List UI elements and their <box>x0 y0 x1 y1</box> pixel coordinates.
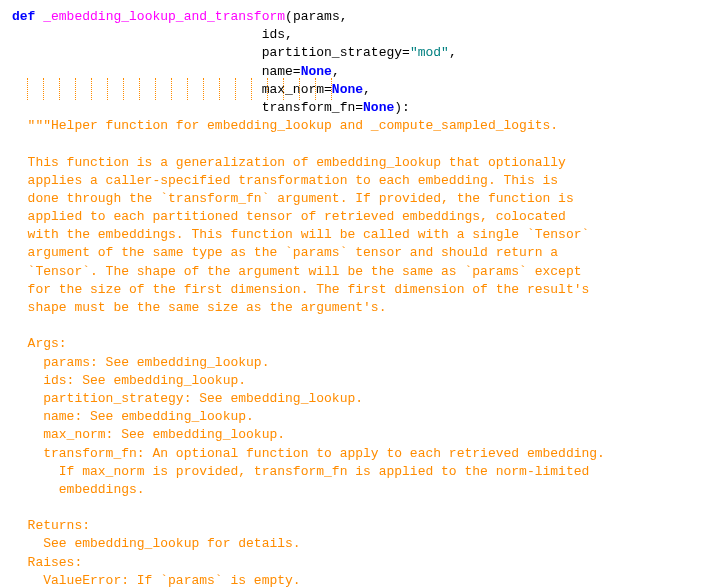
docstring-return: See embedding_lookup for details. <box>12 536 301 551</box>
docstring-raise: ValueError: If `params` is empty. <box>12 573 301 588</box>
docstring-line: shape must be the same size as the argum… <box>12 300 386 315</box>
function-name: _embedding_lookup_and_transform <box>43 9 285 24</box>
param-6a: transform_fn= <box>262 100 363 115</box>
docstring-returns-header: Returns: <box>12 518 90 533</box>
docstring-line: Helper function for embedding_lookup and… <box>51 118 558 133</box>
paren-open: ( <box>285 9 293 24</box>
docstring-arg: max_norm: See embedding_lookup. <box>12 427 285 442</box>
indent <box>12 100 262 115</box>
docstring-line: done through the `transform_fn` argument… <box>12 191 574 206</box>
param-4a: name= <box>262 64 301 79</box>
docstring-open: """ <box>12 118 51 133</box>
indent <box>12 64 262 79</box>
indent <box>12 82 262 97</box>
param-4c: , <box>332 64 340 79</box>
docstring-line: argument of the same type as the `params… <box>12 245 558 260</box>
param-4b: None <box>301 64 332 79</box>
param-3b: "mod" <box>410 45 449 60</box>
param-5a: max_norm= <box>262 82 332 97</box>
param-6c: ): <box>394 100 410 115</box>
indent <box>12 27 262 42</box>
param-1: params, <box>293 9 348 24</box>
docstring-arg: params: See embedding_lookup. <box>12 355 269 370</box>
param-5b: None <box>332 82 363 97</box>
param-5c: , <box>363 82 371 97</box>
docstring-arg: name: See embedding_lookup. <box>12 409 254 424</box>
docstring-line: for the size of the first dimension. The… <box>12 282 589 297</box>
param-2: ids, <box>262 27 293 42</box>
docstring-line: applied to each partitioned tensor of re… <box>12 209 566 224</box>
docstring-raises-header: Raises: <box>12 555 82 570</box>
docstring-line: with the embeddings. This function will … <box>12 227 589 242</box>
docstring-line: This function is a generalization of emb… <box>12 155 566 170</box>
code-block: def _embedding_lookup_and_transform(para… <box>12 8 698 588</box>
param-3a: partition_strategy= <box>262 45 410 60</box>
docstring-arg: transform_fn: An optional function to ap… <box>12 446 605 461</box>
docstring-line: `Tensor`. The shape of the argument will… <box>12 264 582 279</box>
docstring-args-header: Args: <box>12 336 67 351</box>
param-6b: None <box>363 100 394 115</box>
docstring-line: applies a caller-specified transformatio… <box>12 173 558 188</box>
indent <box>12 45 262 60</box>
docstring-arg: partition_strategy: See embedding_lookup… <box>12 391 363 406</box>
param-3c: , <box>449 45 457 60</box>
keyword-def: def <box>12 9 43 24</box>
docstring-arg: embeddings. <box>12 482 145 497</box>
docstring-arg: If max_norm is provided, transform_fn is… <box>12 464 589 479</box>
docstring-arg: ids: See embedding_lookup. <box>12 373 246 388</box>
